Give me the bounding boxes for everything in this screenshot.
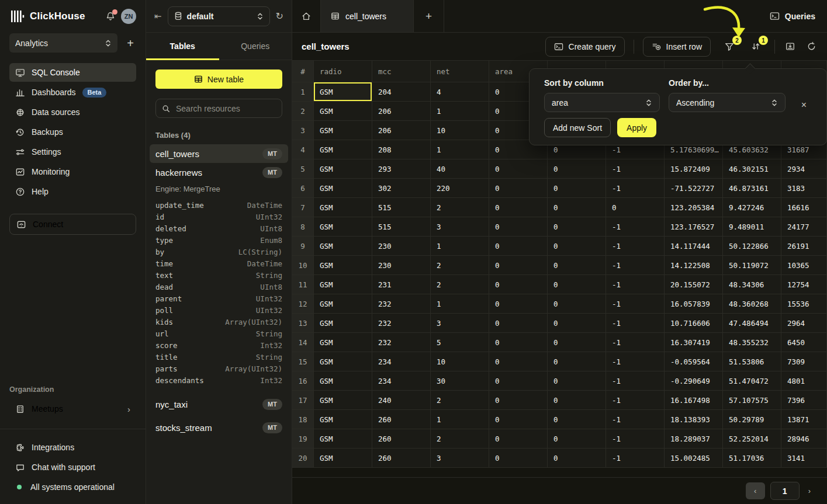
grid-cell[interactable]: 0 <box>548 333 606 352</box>
grid-cell[interactable]: 3 <box>431 217 489 237</box>
grid-cell[interactable]: GSM <box>314 449 372 468</box>
grid-cell[interactable]: 293 <box>372 159 431 179</box>
grid-cell[interactable]: 260 <box>372 410 431 429</box>
connect-button[interactable]: Connect <box>9 214 136 235</box>
grid-cell[interactable]: 12754 <box>781 275 827 294</box>
grid-cell[interactable]: GSM <box>314 102 372 121</box>
grid-row-number[interactable]: 8 <box>292 217 314 237</box>
grid-cell[interactable]: 230 <box>372 256 431 275</box>
collapse-panel-icon[interactable]: ⇤ <box>154 11 162 22</box>
grid-cell[interactable]: -1 <box>606 410 665 429</box>
grid-cell[interactable]: 260 <box>372 449 431 468</box>
avatar[interactable]: ZN <box>121 9 136 24</box>
sidebar-item-integrations[interactable]: Integrations <box>9 439 136 456</box>
grid-cell[interactable]: 18.289037 <box>665 429 723 449</box>
grid-row-number[interactable]: 6 <box>292 179 314 198</box>
grid-cell[interactable]: 1 <box>431 102 489 121</box>
grid-cell[interactable]: 0 <box>489 198 548 217</box>
grid-cell[interactable]: 6450 <box>781 333 827 352</box>
grid-cell[interactable]: 3 <box>431 449 489 468</box>
grid-cell[interactable]: 234 <box>372 352 431 371</box>
table-item-stocks-stream[interactable]: stocks_stream MT <box>150 418 288 437</box>
grid-cell[interactable]: 2 <box>431 256 489 275</box>
grid-cell[interactable]: 4 <box>431 82 489 102</box>
grid-column-header[interactable]: net <box>431 61 489 82</box>
grid-cell[interactable]: 260 <box>372 429 431 449</box>
grid-cell[interactable]: 515 <box>372 217 431 237</box>
grid-cell-selected[interactable]: GSM <box>314 82 372 102</box>
grid-cell[interactable]: 0 <box>489 333 548 352</box>
grid-cell[interactable]: 52.252014 <box>723 429 781 449</box>
grid-cell[interactable]: 16.057839 <box>665 294 723 314</box>
grid-cell[interactable]: 232 <box>372 333 431 352</box>
grid-cell[interactable]: -71.522727 <box>665 179 723 198</box>
prev-page-button[interactable]: ‹ <box>746 482 765 499</box>
grid-cell[interactable]: -1 <box>606 449 665 468</box>
grid-cell[interactable]: 208 <box>372 140 431 159</box>
grid-cell[interactable]: 48.355232 <box>723 333 781 352</box>
grid-row-number[interactable]: 11 <box>292 275 314 294</box>
grid-cell[interactable]: 2964 <box>781 314 827 333</box>
grid-cell[interactable]: 57.107575 <box>723 391 781 410</box>
grid-cell[interactable]: 0 <box>548 275 606 294</box>
grid-cell[interactable]: 1 <box>431 140 489 159</box>
grid-cell[interactable]: -1 <box>606 333 665 352</box>
add-service-button[interactable]: + <box>124 36 136 50</box>
grid-cell[interactable]: 0 <box>489 391 548 410</box>
grid-cell[interactable]: GSM <box>314 410 372 429</box>
grid-cell[interactable]: 0 <box>489 217 548 237</box>
grid-cell[interactable]: 206 <box>372 102 431 121</box>
grid-cell[interactable]: GSM <box>314 179 372 198</box>
grid-cell[interactable]: 515 <box>372 198 431 217</box>
grid-cell[interactable]: 14.117444 <box>665 237 723 256</box>
grid-cell[interactable]: -1 <box>606 179 665 198</box>
grid-cell[interactable]: 0 <box>548 371 606 391</box>
grid-row-number[interactable]: 20 <box>292 449 314 468</box>
grid-cell[interactable]: 9.427246 <box>723 198 781 217</box>
grid-row-number[interactable]: 4 <box>292 140 314 159</box>
notifications-button[interactable] <box>105 11 116 22</box>
sort-button[interactable]: 1 <box>749 40 762 53</box>
grid-cell[interactable]: 51.53806 <box>723 352 781 371</box>
refresh-button[interactable] <box>805 40 818 53</box>
grid-cell[interactable]: 0 <box>548 449 606 468</box>
grid-cell[interactable]: 0 <box>489 159 548 179</box>
grid-cell[interactable]: 48.34306 <box>723 275 781 294</box>
grid-cell[interactable]: 231 <box>372 275 431 294</box>
grid-cell[interactable]: GSM <box>314 371 372 391</box>
next-page-button[interactable]: › <box>805 486 814 495</box>
filter-button[interactable]: 2 <box>723 40 736 53</box>
grid-cell[interactable]: GSM <box>314 256 372 275</box>
grid-cell[interactable]: 24177 <box>781 217 827 237</box>
grid-cell[interactable]: 0 <box>489 429 548 449</box>
grid-cell[interactable]: 2934 <box>781 159 827 179</box>
grid-corner-header[interactable]: # <box>292 61 314 82</box>
grid-cell[interactable]: 10.716606 <box>665 314 723 333</box>
grid-cell[interactable]: 10 <box>431 121 489 140</box>
grid-cell[interactable]: -1 <box>606 352 665 371</box>
sidebar-item-backups[interactable]: Backups <box>9 123 136 141</box>
insert-row-button[interactable]: Insert row <box>643 37 711 57</box>
grid-cell[interactable]: 16.307419 <box>665 333 723 352</box>
grid-cell[interactable]: GSM <box>314 275 372 294</box>
grid-cell[interactable]: 206 <box>372 121 431 140</box>
grid-cell[interactable]: 46.873161 <box>723 179 781 198</box>
grid-cell[interactable]: 0 <box>489 449 548 468</box>
grid-cell[interactable]: GSM <box>314 121 372 140</box>
grid-cell[interactable]: 46.302151 <box>723 159 781 179</box>
grid-cell[interactable]: -1 <box>606 371 665 391</box>
grid-row-number[interactable]: 19 <box>292 429 314 449</box>
home-button[interactable] <box>292 0 320 32</box>
grid-cell[interactable]: 2 <box>431 391 489 410</box>
grid-cell[interactable]: 0 <box>606 198 665 217</box>
grid-cell[interactable]: 50.119072 <box>723 256 781 275</box>
database-select[interactable]: default <box>168 6 270 26</box>
new-table-button[interactable]: New table <box>155 69 282 89</box>
grid-cell[interactable]: 15536 <box>781 294 827 314</box>
grid-cell[interactable]: 0 <box>548 410 606 429</box>
grid-cell[interactable]: -0.290649 <box>665 371 723 391</box>
grid-cell[interactable]: 0 <box>489 294 548 314</box>
grid-column-header[interactable]: mcc <box>372 61 431 82</box>
tab-queries[interactable]: Queries <box>219 33 292 60</box>
grid-cell[interactable]: 5 <box>431 333 489 352</box>
